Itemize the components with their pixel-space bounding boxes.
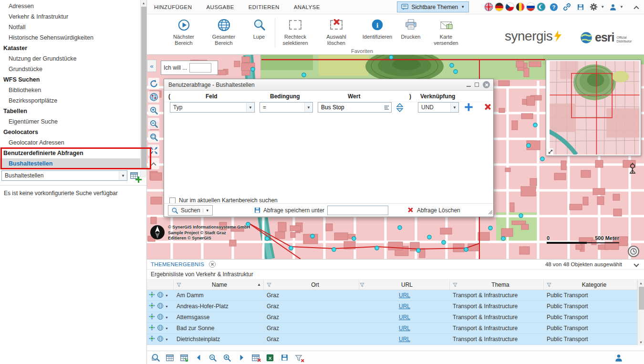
- table-row[interactable]: ▼ Bad zur Sonne Graz URL Transport & Inf…: [147, 323, 644, 334]
- zoom-to-feature-icon[interactable]: [148, 313, 156, 322]
- filter-icon[interactable]: [546, 282, 552, 288]
- overview-expand-icon[interactable]: [547, 148, 553, 155]
- scroll-up-icon[interactable]: ▲: [638, 280, 644, 286]
- zoom-in-icon[interactable]: [148, 104, 159, 116]
- visible-themes-button[interactable]: Sichtbare Themen ▼: [397, 1, 469, 12]
- column-header-ort[interactable]: Ort: [274, 281, 356, 288]
- chevron-down-icon[interactable]: ▼: [601, 5, 604, 9]
- ich-will-input[interactable]: [189, 63, 211, 73]
- zoom-window-icon[interactable]: [148, 131, 159, 143]
- flag-belgium-icon[interactable]: [516, 3, 524, 11]
- resize-grip[interactable]: [487, 209, 493, 216]
- collapse-panel-icon[interactable]: [634, 261, 644, 268]
- collapse-ribbon-icon[interactable]: [634, 4, 638, 10]
- clear-selection-button[interactable]: Auswahl löschen: [320, 14, 353, 46]
- menu-tab[interactable]: ANALYSE: [287, 0, 327, 14]
- identify-button[interactable]: i Identifizieren: [361, 14, 394, 40]
- sidebar-item[interactable]: Tabellen: [0, 106, 146, 116]
- menu-tab[interactable]: EDITIEREN: [241, 0, 287, 14]
- field-dropdown[interactable]: Typ▼: [170, 102, 255, 113]
- full-extent-arrows-icon[interactable]: [148, 145, 159, 156]
- crescent-locale-icon[interactable]: [537, 3, 545, 11]
- clear-filter-icon[interactable]: [293, 353, 304, 363]
- row-menu-caret-icon[interactable]: ▼: [165, 316, 168, 319]
- url-link[interactable]: URL: [399, 292, 410, 299]
- row-menu-caret-icon[interactable]: ▼: [165, 294, 168, 297]
- conjunction-dropdown[interactable]: UND▼: [418, 102, 459, 113]
- tab-themenergebnis[interactable]: THEMENERGEBNIS: [151, 261, 204, 267]
- zoom-in-records-icon[interactable]: [222, 353, 232, 363]
- zoom-out-icon[interactable]: [148, 118, 159, 129]
- sidebar-item[interactable]: Notfall: [0, 22, 146, 32]
- row-menu-caret-icon[interactable]: ▼: [165, 305, 168, 308]
- menu-tab[interactable]: HINZUFÜGEN: [147, 0, 199, 14]
- value-picker-icon[interactable]: [383, 103, 390, 112]
- sidebar-item[interactable]: Bushaltestellen: [0, 158, 146, 169]
- feature-globe-icon[interactable]: [157, 302, 164, 311]
- url-link[interactable]: URL: [399, 325, 410, 332]
- column-header-thema[interactable]: Thema: [460, 281, 541, 288]
- feature-globe-icon[interactable]: [157, 324, 164, 333]
- minimize-icon[interactable]: [467, 83, 471, 87]
- survey-marker-icon[interactable]: [628, 163, 637, 176]
- collapse-sidebar-button[interactable]: «: [147, 60, 156, 72]
- sidebar-item[interactable]: Bezirkssportplätze: [0, 95, 146, 106]
- zoom-to-feature-icon[interactable]: [148, 302, 156, 311]
- url-link[interactable]: URL: [399, 303, 410, 310]
- sidebar-item[interactable]: WFS Suchen: [0, 74, 146, 85]
- url-link[interactable]: URL: [399, 314, 410, 321]
- scroll-up-icon[interactable]: ▲: [141, 0, 146, 6]
- help-icon[interactable]: ?: [549, 2, 559, 12]
- feature-globe-icon[interactable]: [157, 335, 164, 343]
- sidebar-item[interactable]: Kataster: [0, 43, 146, 53]
- maximize-icon[interactable]: [475, 83, 479, 87]
- flag-uk-icon[interactable]: [485, 3, 493, 11]
- send-map-button[interactable]: Karte versenden: [429, 14, 463, 46]
- next-extent-button[interactable]: Nächster Bereich: [167, 14, 200, 46]
- scroll-up-icon[interactable]: [148, 158, 159, 169]
- save-query-input[interactable]: [327, 206, 388, 215]
- table-row[interactable]: ▼ Attemsgasse Graz URL Transport & Infra…: [147, 312, 644, 323]
- url-link[interactable]: URL: [399, 336, 410, 343]
- exchange-values-icon[interactable]: [396, 103, 404, 114]
- clock-icon[interactable]: [628, 246, 639, 257]
- sidebar-item[interactable]: Geolocators: [0, 127, 146, 137]
- flag-germany-icon[interactable]: [495, 3, 503, 11]
- menu-tab[interactable]: AUSGABE: [199, 0, 241, 14]
- close-icon[interactable]: [483, 81, 490, 88]
- table-row[interactable]: ▼ Andreas-Hofer-Platz Graz URL Transport…: [147, 301, 644, 312]
- sidebar-item[interactable]: Historische Sehenswürdigkeiten: [0, 32, 146, 43]
- table-row[interactable]: ▼ Am Damm Graz URL Transport & Infrastru…: [147, 290, 644, 301]
- filter-icon[interactable]: [359, 282, 365, 288]
- sidebar-item[interactable]: Eigentümer Suche: [0, 116, 146, 127]
- flag-czech-icon[interactable]: [506, 3, 514, 11]
- row-menu-caret-icon[interactable]: ▼: [165, 338, 168, 341]
- link-icon[interactable]: [562, 2, 572, 12]
- save-icon[interactable]: [575, 2, 585, 12]
- save-results-icon[interactable]: [279, 353, 290, 363]
- delete-condition-icon[interactable]: [484, 104, 491, 111]
- sidebar-item[interactable]: Nutzung der Grundstücke: [0, 53, 146, 64]
- zoom-to-feature-icon[interactable]: [148, 324, 156, 333]
- chevron-down-icon[interactable]: ▼: [119, 171, 127, 180]
- remove-selection-icon[interactable]: [250, 353, 261, 363]
- session-user-icon[interactable]: [613, 353, 624, 363]
- filter-icon[interactable]: [452, 282, 458, 288]
- sidebar-item[interactable]: Benutzerdefinierte Abfragen: [0, 148, 146, 158]
- print-button[interactable]: Drucken: [394, 14, 427, 40]
- sidebar-item[interactable]: Adressen: [0, 1, 146, 11]
- filter-icon[interactable]: [266, 282, 272, 288]
- scrollbar-thumb[interactable]: [639, 287, 644, 310]
- overview-globe-icon[interactable]: [148, 91, 159, 103]
- zoom-to-feature-icon[interactable]: [148, 291, 156, 300]
- chevron-down-icon[interactable]: ▼: [620, 5, 623, 9]
- feature-globe-icon[interactable]: [157, 291, 164, 300]
- sidebar-item[interactable]: Geolocator Adressen: [0, 137, 146, 148]
- flag-russia-icon[interactable]: [527, 3, 535, 11]
- zoom-to-feature-icon[interactable]: [148, 335, 156, 343]
- refresh-icon[interactable]: [148, 78, 159, 89]
- add-condition-icon[interactable]: [465, 103, 472, 111]
- table-scrollbar[interactable]: ▲ ▼: [637, 280, 644, 345]
- operator-dropdown[interactable]: =▼: [260, 102, 313, 113]
- zoom-out-records-icon[interactable]: [208, 353, 218, 363]
